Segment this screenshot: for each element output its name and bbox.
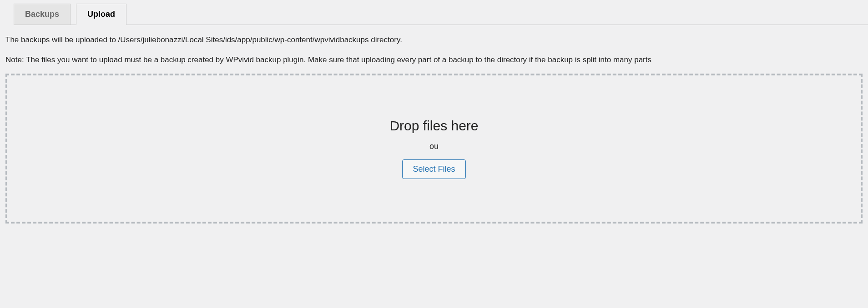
tab-backups[interactable]: Backups — [14, 4, 71, 25]
dropzone-title: Drop files here — [389, 118, 478, 134]
select-files-button[interactable]: Select Files — [402, 159, 465, 179]
upload-note-info: Note: The files you want to upload must … — [5, 54, 863, 66]
tab-bar: Backups Upload — [14, 0, 868, 25]
content-area: The backups will be uploaded to /Users/j… — [0, 25, 868, 229]
upload-path-info: The backups will be uploaded to /Users/j… — [5, 34, 863, 46]
dropzone-or-text: ou — [429, 142, 439, 151]
tab-upload[interactable]: Upload — [76, 4, 126, 25]
file-dropzone[interactable]: Drop files here ou Select Files — [5, 74, 863, 224]
